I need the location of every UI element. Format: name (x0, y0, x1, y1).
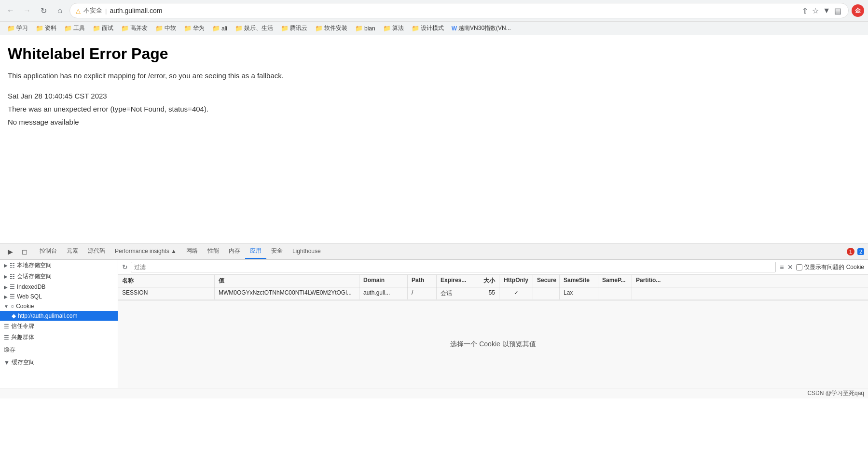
cookie-table-container: 名称 值 Domain Path Expires... 大小 HttpOnly … (118, 275, 868, 388)
arrow-icon: ▶ (4, 284, 8, 290)
devtools-tab-bar: ▶ ◻ 控制台 元素 源代码 Performance insights ▲ 网络… (0, 243, 868, 260)
share-button[interactable]: ⇧ (801, 5, 809, 16)
profile-button[interactable]: 金 (852, 4, 864, 17)
arrow-icon: ▶ (4, 294, 8, 299)
sidebar-item-session-storage[interactable]: ▶ ☷ 会话存储空间 (0, 271, 118, 282)
db-icon: ☰ (4, 334, 9, 341)
devtools-device-btn[interactable]: ◻ (18, 245, 31, 258)
bookmark-高并发[interactable]: 📁 高并发 (118, 23, 151, 34)
tab-console[interactable]: 控制台 (35, 244, 62, 259)
cache-section-label: 缓存 (0, 343, 118, 357)
tab-memory[interactable]: 内存 (224, 244, 245, 259)
tab-sources[interactable]: 源代码 (83, 244, 110, 259)
error-type: There was an unexpected error (type=Not … (8, 102, 860, 115)
arrow-icon: ▶ (4, 274, 8, 279)
tab-elements[interactable]: 元素 (62, 244, 83, 259)
home-button[interactable]: ⌂ (53, 4, 67, 17)
table-row[interactable]: SESSION MWM0OGYxNzctOTNhMC00NTI4LWE0M2Yt… (118, 287, 868, 300)
bookmark-button[interactable]: ☆ (811, 5, 820, 16)
bookmark-华为[interactable]: 📁 华为 (180, 23, 208, 34)
sidebar-label: 本地存储空间 (17, 261, 52, 269)
warning-badge: 2 (857, 248, 864, 255)
header-value: 值 (215, 275, 359, 287)
folder-icon: 📁 (155, 25, 163, 32)
tab-network[interactable]: 网络 (181, 244, 203, 259)
folder-icon: 📁 (412, 25, 419, 32)
tab-performance[interactable]: 性能 (203, 244, 224, 259)
warning-count-badge: 2 (857, 248, 864, 255)
folder-icon: 📁 (93, 25, 100, 32)
cookie-preview-text: 选择一个 Cookie 以预览其值 (450, 340, 536, 349)
devtools-panel: ▶ ◻ 控制台 元素 源代码 Performance insights ▲ 网络… (0, 243, 868, 388)
bookmark-资料[interactable]: 📁 资料 (32, 23, 60, 34)
sidebar-item-auth-cookie[interactable]: ◆ http://auth.gulimall.com (0, 311, 118, 321)
db-icon: ☰ (10, 284, 15, 290)
nav-bar: ← → ↻ ⌂ △ 不安全 | auth.gulimall.com ⇧ ☆ ▼ … (0, 0, 868, 21)
cast-button[interactable]: ▤ (833, 5, 842, 16)
folder-icon: 📁 (281, 25, 289, 32)
bookmark-学习[interactable]: 📁 学习 (4, 23, 31, 34)
sidebar-label: 信任令牌 (11, 322, 34, 330)
sidebar-item-indexeddb[interactable]: ▶ ☰ IndexedDB (0, 282, 118, 292)
bookmark-ali[interactable]: 📁 ali (209, 23, 231, 33)
cell-name: SESSION (118, 287, 215, 299)
bookmark-面试[interactable]: 📁 面试 (89, 23, 117, 34)
tab-lighthouse[interactable]: Lighthouse (288, 245, 326, 258)
sidebar-label: http://auth.gulimall.com (18, 312, 77, 319)
tab-application[interactable]: 应用 (245, 244, 266, 259)
sidebar-item-interest-group[interactable]: ☰ 兴趣群体 (0, 332, 118, 343)
forward-button[interactable]: → (20, 4, 34, 17)
cell-path: / (408, 287, 437, 299)
bookmark-label: 中软 (165, 24, 176, 32)
devtools-sidebar: ▶ ☷ 本地存储空间 ▶ ☷ 会话存储空间 ▶ ☰ IndexedDB ▶ ☰ (0, 260, 118, 388)
cookie-table-header: 名称 值 Domain Path Expires... 大小 HttpOnly … (118, 275, 868, 287)
address-bar[interactable]: △ 不安全 | auth.gulimall.com ⇧ ☆ ▼ ▤ (69, 3, 849, 18)
bookmark-中软[interactable]: 📁 中软 (152, 23, 179, 34)
sidebar-item-local-storage[interactable]: ▶ ☷ 本地存储空间 (0, 260, 118, 271)
filter-settings-btn[interactable]: ≡ (779, 262, 785, 272)
bookmark-算法[interactable]: 📁 算法 (380, 23, 407, 34)
header-samep: SameP... (598, 275, 632, 287)
show-issues-checkbox[interactable]: 仅显示有问题的 Cookie (796, 263, 864, 271)
cookie-preview: 选择一个 Cookie 以预览其值 (118, 300, 868, 388)
sidebar-item-websql[interactable]: ▶ ☰ Web SQL (0, 292, 118, 301)
arrow-icon: ▼ (4, 304, 9, 309)
folder-icon: 📁 (355, 25, 363, 32)
sidebar-item-trust-token[interactable]: ☰ 信任令牌 (0, 321, 118, 332)
bookmark-bian[interactable]: 📁 bian (352, 23, 379, 33)
devtools-inspect-btn[interactable]: ▶ (4, 245, 16, 258)
url-separator: | (105, 7, 107, 14)
filter-delete-btn[interactable]: ✕ (786, 262, 794, 272)
bookmark-软件安装[interactable]: 📁 软件安装 (312, 23, 351, 34)
issues-checkbox-input[interactable] (796, 264, 802, 270)
bookmark-娱乐[interactable]: 📁 娱乐、生活 (232, 23, 276, 34)
status-label: CSDN @学习至死qaq (807, 389, 864, 397)
tab-security[interactable]: 安全 (266, 244, 288, 259)
folder-icon: 📁 (36, 25, 43, 32)
bookmark-label: 华为 (193, 24, 205, 32)
sidebar-item-cache[interactable]: ▼ 缓存空间 (0, 357, 118, 368)
header-httponly: HttpOnly (499, 275, 533, 287)
header-name: 名称 (118, 275, 215, 287)
cell-samesite: Lax (560, 287, 598, 299)
status-bar: CSDN @学习至死qaq (0, 388, 868, 398)
bookmark-设计模式[interactable]: 📁 设计模式 (408, 23, 447, 34)
bookmark-越南[interactable]: W 越南VN30指数(VN... (448, 23, 514, 34)
tab-performance-insights[interactable]: Performance insights ▲ (110, 245, 181, 258)
bookmark-腾讯云[interactable]: 📁 腾讯云 (277, 23, 311, 34)
header-secure: Secure (533, 275, 560, 287)
extensions-button[interactable]: ▼ (822, 5, 831, 16)
sidebar-item-cookie-group[interactable]: ▼ ○ Cookie (0, 301, 118, 311)
back-button[interactable]: ← (4, 4, 17, 17)
reload-button[interactable]: ↻ (37, 4, 50, 17)
filter-input[interactable] (131, 262, 776, 272)
issues-checkbox-label: 仅显示有问题的 Cookie (804, 263, 864, 271)
bookmark-工具[interactable]: 📁 工具 (61, 23, 88, 34)
filter-actions: ≡ ✕ 仅显示有问题的 Cookie (779, 262, 864, 272)
cookie-panel: ↻ ≡ ✕ 仅显示有问题的 Cookie 名称 值 (118, 260, 868, 388)
refresh-button[interactable]: ↻ (122, 263, 128, 271)
bookmark-label: bian (364, 25, 375, 32)
header-size: 大小 (475, 275, 499, 287)
sidebar-label: 缓存空间 (12, 358, 35, 367)
error-timestamp: Sat Jan 28 10:40:45 CST 2023 (8, 89, 860, 102)
